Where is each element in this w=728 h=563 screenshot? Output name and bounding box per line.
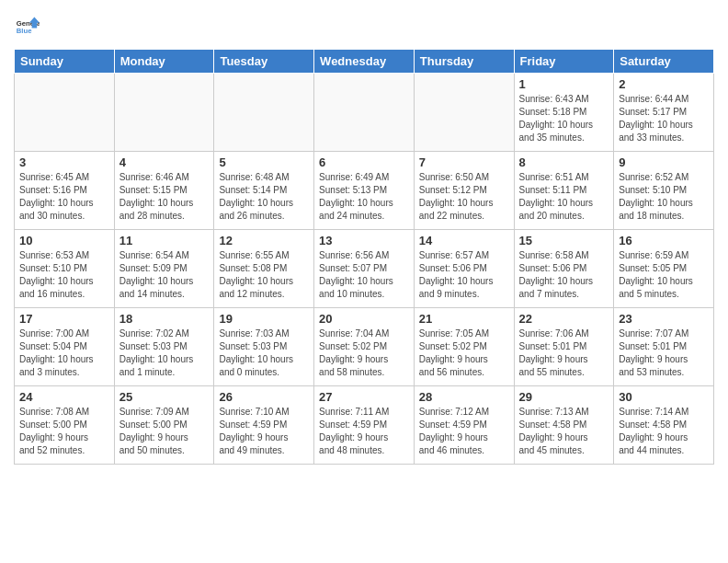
calendar-week-row: 3Sunrise: 6:45 AMSunset: 5:16 PMDaylight… [15, 152, 714, 230]
calendar-day-cell [414, 74, 514, 152]
day-number: 6 [319, 155, 409, 169]
day-number: 8 [519, 155, 609, 169]
calendar-day-cell: 5Sunrise: 6:48 AMSunset: 5:14 PMDaylight… [214, 152, 314, 230]
day-info: Sunrise: 6:51 AMSunset: 5:11 PMDaylight:… [519, 171, 609, 223]
day-number: 22 [519, 312, 609, 326]
logo-icon: General Blue [14, 14, 40, 40]
day-info: Sunrise: 6:54 AMSunset: 5:09 PMDaylight:… [119, 249, 210, 301]
calendar-day-cell: 4Sunrise: 6:46 AMSunset: 5:15 PMDaylight… [114, 152, 214, 230]
day-number: 29 [519, 390, 609, 404]
calendar-day-cell: 12Sunrise: 6:55 AMSunset: 5:08 PMDayligh… [214, 230, 314, 308]
day-number: 10 [19, 234, 109, 247]
day-number: 18 [119, 312, 210, 326]
calendar-day-cell: 3Sunrise: 6:45 AMSunset: 5:16 PMDaylight… [15, 152, 115, 230]
day-number: 20 [319, 312, 409, 326]
calendar-day-cell: 26Sunrise: 7:10 AMSunset: 4:59 PMDayligh… [214, 386, 314, 465]
day-info: Sunrise: 6:53 AMSunset: 5:10 PMDaylight:… [19, 249, 109, 301]
day-number: 2 [619, 77, 709, 91]
day-info: Sunrise: 6:45 AMSunset: 5:16 PMDaylight:… [19, 171, 109, 223]
calendar-day-cell [314, 74, 415, 152]
calendar-day-cell: 1Sunrise: 6:43 AMSunset: 5:18 PMDaylight… [514, 74, 614, 152]
day-info: Sunrise: 6:57 AMSunset: 5:06 PMDaylight:… [419, 249, 509, 301]
calendar-day-cell: 9Sunrise: 6:52 AMSunset: 5:10 PMDaylight… [614, 152, 714, 230]
weekday-header-cell: Monday [114, 50, 214, 74]
weekday-header-cell: Saturday [614, 50, 714, 74]
calendar-day-cell: 14Sunrise: 6:57 AMSunset: 5:06 PMDayligh… [414, 230, 514, 308]
day-info: Sunrise: 6:46 AMSunset: 5:15 PMDaylight:… [119, 171, 210, 223]
day-info: Sunrise: 6:59 AMSunset: 5:05 PMDaylight:… [619, 249, 709, 301]
day-number: 19 [219, 312, 309, 326]
day-info: Sunrise: 7:14 AMSunset: 4:58 PMDaylight:… [619, 406, 709, 457]
day-number: 27 [319, 390, 409, 404]
day-number: 30 [619, 390, 709, 404]
day-info: Sunrise: 6:55 AMSunset: 5:08 PMDaylight:… [219, 249, 309, 301]
calendar-week-row: 17Sunrise: 7:00 AMSunset: 5:04 PMDayligh… [15, 308, 714, 386]
calendar-day-cell: 21Sunrise: 7:05 AMSunset: 5:02 PMDayligh… [414, 308, 514, 386]
day-info: Sunrise: 7:04 AMSunset: 5:02 PMDaylight:… [319, 327, 409, 379]
day-number: 3 [19, 155, 109, 169]
day-info: Sunrise: 7:13 AMSunset: 4:58 PMDaylight:… [519, 406, 609, 457]
weekday-header-cell: Tuesday [214, 50, 314, 74]
calendar-day-cell: 10Sunrise: 6:53 AMSunset: 5:10 PMDayligh… [15, 230, 115, 308]
day-info: Sunrise: 6:56 AMSunset: 5:07 PMDaylight:… [319, 249, 409, 301]
calendar-day-cell: 25Sunrise: 7:09 AMSunset: 5:00 PMDayligh… [114, 386, 214, 465]
calendar-day-cell: 15Sunrise: 6:58 AMSunset: 5:06 PMDayligh… [514, 230, 614, 308]
day-number: 4 [119, 155, 210, 169]
day-info: Sunrise: 6:43 AMSunset: 5:18 PMDaylight:… [519, 93, 609, 144]
calendar-day-cell: 30Sunrise: 7:14 AMSunset: 4:58 PMDayligh… [614, 386, 714, 465]
calendar-day-cell: 27Sunrise: 7:11 AMSunset: 4:59 PMDayligh… [314, 386, 415, 465]
weekday-header-cell: Thursday [414, 50, 514, 74]
logo: General Blue [14, 14, 40, 40]
day-number: 24 [19, 390, 109, 404]
day-info: Sunrise: 7:03 AMSunset: 5:03 PMDaylight:… [219, 327, 309, 379]
calendar-week-row: 24Sunrise: 7:08 AMSunset: 5:00 PMDayligh… [15, 386, 714, 465]
calendar-day-cell: 13Sunrise: 6:56 AMSunset: 5:07 PMDayligh… [314, 230, 415, 308]
day-number: 1 [519, 77, 609, 91]
day-number: 5 [219, 155, 309, 169]
day-number: 16 [619, 234, 709, 247]
day-info: Sunrise: 7:02 AMSunset: 5:03 PMDaylight:… [119, 327, 210, 379]
day-info: Sunrise: 7:08 AMSunset: 5:00 PMDaylight:… [19, 406, 109, 457]
day-number: 28 [419, 390, 509, 404]
calendar-day-cell: 22Sunrise: 7:06 AMSunset: 5:01 PMDayligh… [514, 308, 614, 386]
calendar-week-row: 10Sunrise: 6:53 AMSunset: 5:10 PMDayligh… [15, 230, 714, 308]
day-number: 26 [219, 390, 309, 404]
calendar-day-cell: 2Sunrise: 6:44 AMSunset: 5:17 PMDaylight… [614, 74, 714, 152]
day-info: Sunrise: 7:07 AMSunset: 5:01 PMDaylight:… [619, 327, 709, 379]
calendar-day-cell: 23Sunrise: 7:07 AMSunset: 5:01 PMDayligh… [614, 308, 714, 386]
day-number: 25 [119, 390, 210, 404]
calendar-day-cell [15, 74, 115, 152]
calendar-day-cell: 7Sunrise: 6:50 AMSunset: 5:12 PMDaylight… [414, 152, 514, 230]
weekday-header-cell: Wednesday [314, 50, 415, 74]
day-number: 17 [19, 312, 109, 326]
day-info: Sunrise: 6:44 AMSunset: 5:17 PMDaylight:… [619, 93, 709, 144]
calendar-day-cell: 16Sunrise: 6:59 AMSunset: 5:05 PMDayligh… [614, 230, 714, 308]
calendar-day-cell [214, 74, 314, 152]
header: General Blue [14, 14, 714, 40]
calendar-day-cell: 24Sunrise: 7:08 AMSunset: 5:00 PMDayligh… [15, 386, 115, 465]
day-info: Sunrise: 7:09 AMSunset: 5:00 PMDaylight:… [119, 406, 210, 457]
svg-text:Blue: Blue [17, 27, 32, 35]
day-info: Sunrise: 6:52 AMSunset: 5:10 PMDaylight:… [619, 171, 709, 223]
calendar-day-cell: 20Sunrise: 7:04 AMSunset: 5:02 PMDayligh… [314, 308, 415, 386]
day-info: Sunrise: 7:00 AMSunset: 5:04 PMDaylight:… [19, 327, 109, 379]
day-number: 9 [619, 155, 709, 169]
day-info: Sunrise: 6:50 AMSunset: 5:12 PMDaylight:… [419, 171, 509, 223]
calendar-day-cell: 17Sunrise: 7:00 AMSunset: 5:04 PMDayligh… [15, 308, 115, 386]
calendar-day-cell [114, 74, 214, 152]
calendar-day-cell: 11Sunrise: 6:54 AMSunset: 5:09 PMDayligh… [114, 230, 214, 308]
day-number: 11 [119, 234, 210, 247]
day-info: Sunrise: 6:58 AMSunset: 5:06 PMDaylight:… [519, 249, 609, 301]
calendar-day-cell: 8Sunrise: 6:51 AMSunset: 5:11 PMDaylight… [514, 152, 614, 230]
calendar-day-cell: 18Sunrise: 7:02 AMSunset: 5:03 PMDayligh… [114, 308, 214, 386]
day-info: Sunrise: 7:11 AMSunset: 4:59 PMDaylight:… [319, 406, 409, 457]
day-number: 15 [519, 234, 609, 247]
day-number: 21 [419, 312, 509, 326]
day-info: Sunrise: 6:49 AMSunset: 5:13 PMDaylight:… [319, 171, 409, 223]
day-info: Sunrise: 7:12 AMSunset: 4:59 PMDaylight:… [419, 406, 509, 457]
day-info: Sunrise: 7:05 AMSunset: 5:02 PMDaylight:… [419, 327, 509, 379]
day-number: 12 [219, 234, 309, 247]
weekday-header-cell: Friday [514, 50, 614, 74]
day-number: 7 [419, 155, 509, 169]
weekday-header-cell: Sunday [15, 50, 115, 74]
